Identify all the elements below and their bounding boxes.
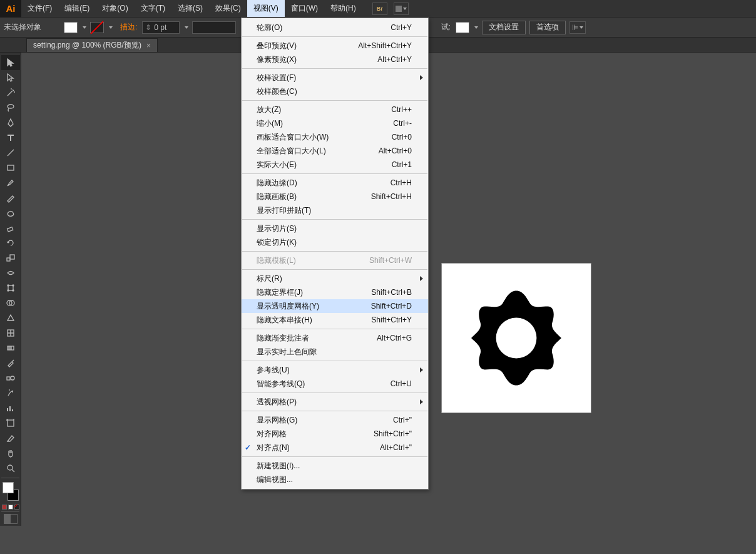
menu-item-label: 轮廓(O): [257, 23, 282, 33]
tool-blend[interactable]: [1, 371, 20, 386]
arrange-docs-button[interactable]: [394, 3, 409, 15]
bridge-button[interactable]: Br: [372, 3, 387, 15]
menu-item[interactable]: 标尺(R): [242, 272, 428, 285]
tool-column-graph[interactable]: [1, 401, 20, 416]
tool-width[interactable]: [1, 265, 20, 280]
menu-item-shortcut: Alt+Ctrl+0: [379, 146, 412, 155]
menu-item[interactable]: 全部适合窗口大小(L)Alt+Ctrl+0: [242, 144, 428, 158]
stroke-swatch[interactable]: [90, 22, 104, 33]
svg-rect-4: [10, 255, 14, 259]
close-icon[interactable]: ×: [146, 41, 151, 50]
menu-item-3[interactable]: 文字(T): [135, 0, 171, 17]
submenu-arrow-icon: [420, 399, 423, 404]
menu-item-shortcut: Shift+Ctrl+H: [371, 192, 412, 201]
tool-paintbrush[interactable]: [1, 175, 20, 190]
menu-item[interactable]: 轮廓(O)Ctrl+Y: [242, 21, 428, 34]
menu-item-7[interactable]: 窗口(W): [285, 0, 324, 17]
menu-item[interactable]: 透视网格(P): [242, 395, 428, 409]
tool-rectangle[interactable]: [1, 160, 20, 175]
tool-eraser[interactable]: [1, 220, 20, 235]
fill-swatch[interactable]: [64, 22, 78, 33]
tool-line[interactable]: [1, 145, 20, 160]
tool-selection[interactable]: [1, 55, 20, 70]
menu-item[interactable]: 参考线(U): [242, 363, 428, 377]
menu-item[interactable]: 画板适合窗口大小(W)Ctrl+0: [242, 130, 428, 144]
brush-def-input[interactable]: [192, 21, 236, 34]
menu-item[interactable]: 对齐网格Shift+Ctrl+": [242, 427, 428, 441]
tool-artboard[interactable]: [1, 416, 20, 431]
menu-item[interactable]: 显示网格(G)Ctrl+": [242, 413, 428, 427]
tool-mesh[interactable]: [1, 326, 20, 341]
tool-pen[interactable]: [1, 115, 20, 130]
menu-item-6[interactable]: 视图(V): [247, 0, 285, 17]
menu-item-2[interactable]: 对象(O): [96, 0, 134, 17]
menu-item[interactable]: 隐藏文本串接(H)Shift+Ctrl+Y: [242, 313, 428, 327]
tool-slice[interactable]: [1, 431, 20, 446]
menu-item[interactable]: 新建视图(I)...: [242, 459, 428, 473]
app-logo: Ai: [0, 0, 21, 18]
menu-item-0[interactable]: 文件(F): [21, 0, 58, 17]
tool-shape-builder[interactable]: [1, 295, 20, 310]
menu-item-5[interactable]: 效果(C): [209, 0, 247, 17]
tool-scale[interactable]: [1, 250, 20, 265]
menu-item[interactable]: 校样设置(F): [242, 71, 428, 85]
svg-rect-5: [8, 285, 13, 290]
color-mode-none[interactable]: [14, 505, 19, 510]
menu-item-shortcut: Ctrl+H: [391, 178, 412, 187]
screen-mode-button[interactable]: [4, 514, 18, 524]
fill-stroke-swatches[interactable]: [1, 481, 20, 502]
menu-item[interactable]: 显示实时上色间隙: [242, 345, 428, 359]
menu-separator: [242, 219, 427, 220]
svg-rect-3: [7, 258, 10, 261]
chevron-down-icon: [474, 26, 478, 29]
fill-color[interactable]: [3, 482, 14, 493]
tool-rotate[interactable]: [1, 235, 20, 250]
menu-item[interactable]: 缩小(M)Ctrl+-: [242, 116, 428, 130]
tool-direct-selection[interactable]: [1, 70, 20, 85]
menu-item[interactable]: 智能参考线(Q)Ctrl+U: [242, 377, 428, 391]
tool-pencil[interactable]: [1, 190, 20, 205]
menu-item[interactable]: ✓对齐点(N)Alt+Ctrl+": [242, 441, 428, 454]
stroke-weight-input[interactable]: ⇕0 pt: [142, 21, 180, 34]
menu-item[interactable]: 放大(Z)Ctrl++: [242, 103, 428, 116]
menu-item-shortcut: Alt+Ctrl+G: [377, 334, 412, 342]
style-swatch[interactable]: [456, 22, 469, 33]
menu-item[interactable]: 校样颜色(C): [242, 85, 428, 98]
tool-symbol-sprayer[interactable]: [1, 386, 20, 401]
menu-item[interactable]: 叠印预览(V)Alt+Shift+Ctrl+Y: [242, 39, 428, 53]
menu-item-4[interactable]: 选择(S): [171, 0, 209, 17]
menu-item[interactable]: 隐藏定界框(J)Shift+Ctrl+B: [242, 285, 428, 299]
tool-blob-brush[interactable]: [1, 205, 20, 220]
document-tab[interactable]: setting.png @ 100% (RGB/预览) ×: [26, 38, 158, 52]
menu-separator: [242, 392, 427, 393]
artboard[interactable]: [441, 263, 591, 413]
preferences-button[interactable]: 首选项: [529, 21, 566, 34]
color-mode-gradient[interactable]: [8, 505, 13, 510]
tool-eyedropper[interactable]: [1, 356, 20, 371]
tool-gradient[interactable]: [1, 341, 20, 356]
menu-item[interactable]: 编辑视图...: [242, 473, 428, 486]
menu-item-1[interactable]: 编辑(E): [58, 0, 96, 17]
tool-type[interactable]: [1, 130, 20, 145]
menu-item[interactable]: 隐藏渐变批注者Alt+Ctrl+G: [242, 331, 428, 345]
menu-item[interactable]: 显示透明度网格(Y)Shift+Ctrl+D: [242, 299, 428, 313]
tool-perspective[interactable]: [1, 310, 20, 326]
menu-item[interactable]: 实际大小(E)Ctrl+1: [242, 158, 428, 172]
menu-item[interactable]: 显示切片(S): [242, 222, 428, 235]
menu-item-label: 隐藏定界框(J): [257, 287, 303, 298]
document-setup-button[interactable]: 文档设置: [482, 21, 526, 34]
menu-item[interactable]: 显示打印拼贴(T): [242, 203, 428, 217]
menu-item-8[interactable]: 帮助(H): [324, 0, 362, 17]
align-panel-button[interactable]: ⊫: [570, 21, 586, 34]
menu-item[interactable]: 锁定切片(K): [242, 235, 428, 249]
color-mode-color[interactable]: [2, 505, 7, 510]
tool-lasso[interactable]: [1, 100, 20, 115]
tool-hand[interactable]: [1, 446, 20, 461]
svg-point-0: [8, 105, 14, 108]
tool-zoom[interactable]: [1, 461, 20, 476]
menu-item[interactable]: 隐藏边缘(D)Ctrl+H: [242, 176, 428, 190]
tool-magic-wand[interactable]: [1, 85, 20, 100]
tool-free-transform[interactable]: [1, 280, 20, 295]
menu-item[interactable]: 像素预览(X)Alt+Ctrl+Y: [242, 53, 428, 66]
menu-item[interactable]: 隐藏画板(B)Shift+Ctrl+H: [242, 190, 428, 203]
